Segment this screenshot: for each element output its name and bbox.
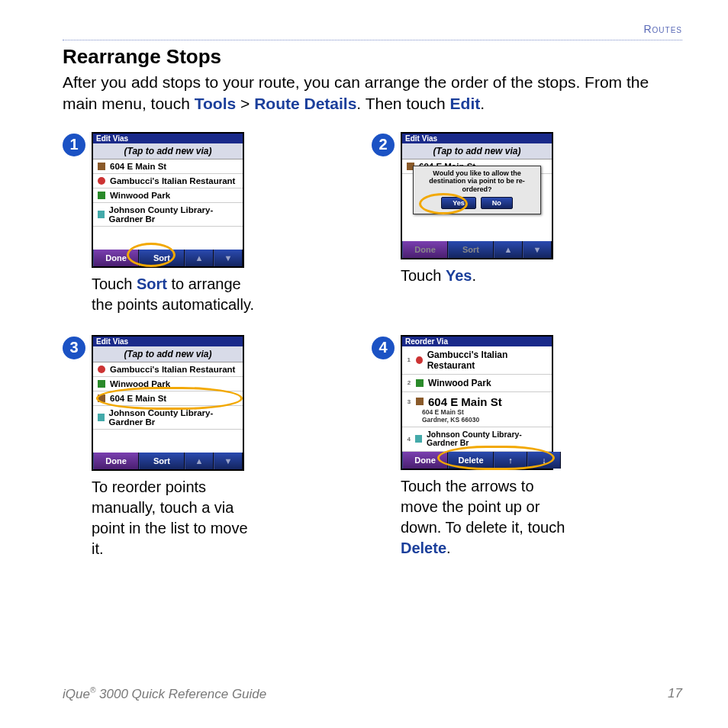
toolbar: Done Sort ▲ ▼ — [93, 250, 243, 266]
down-button[interactable]: ▼ — [523, 241, 552, 258]
list-item[interactable]: Johnson County Library-Gardner Br — [93, 406, 243, 430]
no-button[interactable]: No — [481, 197, 513, 209]
step-badge-3: 3 — [63, 337, 85, 359]
up-button[interactable]: ▲ — [185, 250, 214, 266]
step-badge-1: 1 — [63, 134, 85, 156]
down-button[interactable]: ▼ — [214, 453, 243, 469]
poi-icon — [98, 366, 105, 373]
screenshot-4: Reorder Via 1Gambucci's Italian Restaura… — [401, 335, 553, 470]
delete-button[interactable]: Delete — [448, 452, 494, 469]
kw-route-details: Route Details — [254, 95, 356, 112]
titlebar: Edit Vias — [93, 337, 243, 346]
toolbar: Done Sort ▲ ▼ — [402, 241, 552, 258]
list-item[interactable]: Johnson County Library-Gardner Br — [93, 203, 243, 227]
list-item[interactable]: Gambucci's Italian Restaurant — [93, 362, 243, 377]
poi-icon — [98, 380, 105, 388]
poi-icon — [98, 395, 105, 402]
move-down-button[interactable]: ↓ — [527, 452, 561, 469]
up-button[interactable]: ▲ — [494, 241, 523, 258]
caption-3: To reorder points manually, touch a via … — [92, 477, 259, 559]
toolbar: Done Sort ▲ ▼ — [93, 453, 243, 469]
poi-icon — [98, 192, 105, 199]
down-button[interactable]: ▼ — [214, 250, 243, 266]
header-rule — [63, 40, 682, 40]
toolbar: Done Delete ↑ ↓ — [402, 452, 552, 469]
page-number: 17 — [668, 686, 682, 702]
screenshot-2: Edit Vias (Tap to add new via) 604 E Mai… — [401, 132, 553, 259]
poi-icon — [98, 414, 105, 421]
move-up-button[interactable]: ↑ — [494, 452, 527, 469]
poi-icon — [416, 379, 424, 387]
product-name: iQue® 3000 Quick Reference Guide — [63, 686, 266, 702]
done-button[interactable]: Done — [93, 250, 139, 266]
list-item[interactable]: Gambucci's Italian Restaurant — [93, 174, 243, 188]
step-3: 3 Edit Vias (Tap to add new via) Gambucc… — [63, 335, 318, 559]
titlebar: Reorder Via — [402, 337, 552, 346]
step-4: 4 Reorder Via 1Gambucci's Italian Restau… — [372, 335, 627, 559]
list-item[interactable]: 4Johnson County Library-Gardner Br — [402, 427, 552, 452]
kw-tools: Tools — [195, 95, 236, 112]
up-button[interactable]: ▲ — [185, 453, 214, 469]
sort-button[interactable]: Sort — [139, 453, 185, 469]
list-item[interactable]: Winwood Park — [93, 188, 243, 203]
intro-paragraph: After you add stops to your route, you c… — [63, 72, 682, 115]
tap-to-add-row[interactable]: (Tap to add new via) — [93, 346, 243, 362]
step-1: 1 Edit Vias (Tap to add new via) 604 E M… — [63, 132, 318, 315]
tap-to-add-row[interactable]: (Tap to add new via) — [93, 143, 243, 159]
sort-button[interactable]: Sort — [448, 241, 494, 258]
dialog-message: Would you like to allow the destination … — [417, 169, 537, 194]
poi-icon — [416, 356, 423, 364]
caption-1: Touch Sort to arrange the points automat… — [92, 274, 259, 315]
done-button[interactable]: Done — [93, 453, 139, 469]
page-footer: iQue® 3000 Quick Reference Guide 17 — [63, 686, 682, 702]
sort-button[interactable]: Sort — [139, 250, 185, 266]
step-2: 2 Edit Vias (Tap to add new via) 604 E M… — [372, 132, 627, 315]
step-badge-2: 2 — [372, 134, 395, 156]
poi-icon — [98, 211, 105, 218]
page-title: Rearrange Stops — [63, 45, 682, 69]
kw-edit: Edit — [450, 95, 481, 112]
screenshot-3: Edit Vias (Tap to add new via) Gambucci'… — [92, 335, 244, 471]
poi-icon — [98, 177, 105, 185]
titlebar: Edit Vias — [93, 134, 243, 143]
poi-icon — [415, 435, 422, 443]
list-item[interactable]: Winwood Park — [93, 377, 243, 391]
list-item[interactable]: 604 E Main St — [93, 391, 243, 406]
list-item-selected[interactable]: 3604 E Main St 604 E Main St Gardner, KS… — [402, 392, 552, 427]
section-header: Routes — [63, 23, 682, 35]
step-badge-4: 4 — [372, 337, 395, 359]
poi-icon — [416, 398, 424, 405]
caption-2: Touch Yes. — [401, 266, 553, 286]
yes-button[interactable]: Yes — [441, 197, 476, 209]
confirm-dialog: Would you like to allow the destination … — [413, 166, 541, 214]
list-item[interactable]: 1Gambucci's Italian Restaurant — [402, 346, 552, 375]
poi-icon — [98, 163, 105, 170]
list-item[interactable]: 2Winwood Park — [402, 375, 552, 392]
tap-to-add-row[interactable]: (Tap to add new via) — [402, 143, 552, 159]
titlebar: Edit Vias — [402, 134, 552, 143]
list-item[interactable]: 604 E Main St — [93, 159, 243, 174]
done-button[interactable]: Done — [402, 241, 448, 258]
caption-4: Touch the arrows to move the point up or… — [401, 476, 569, 559]
done-button[interactable]: Done — [402, 452, 448, 469]
screenshot-1: Edit Vias (Tap to add new via) 604 E Mai… — [92, 132, 244, 268]
